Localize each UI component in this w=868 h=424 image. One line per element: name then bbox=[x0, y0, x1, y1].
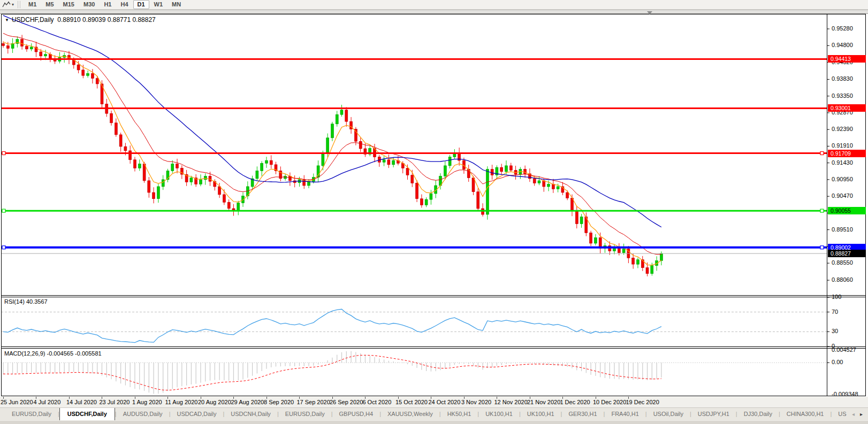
date-axis-label: 19 Dec 2020 bbox=[626, 399, 659, 405]
chart-tab-audusd-daily[interactable]: AUDUSD,Daily bbox=[117, 408, 169, 420]
tab-scroll-right-icon[interactable]: ▸ bbox=[860, 412, 863, 417]
rsi-axis-label: 70 bbox=[832, 309, 838, 315]
chart-tab-uk100-h1[interactable]: UK100,H1 bbox=[479, 408, 519, 420]
rsi-line bbox=[3, 309, 661, 342]
symbol-marker-icon: ▼ bbox=[5, 18, 9, 22]
date-axis: 25 Jun 20204 Jul 202014 Jul 202023 Jul 2… bbox=[0, 397, 868, 407]
date-axis-label: 29 Aug 2020 bbox=[231, 399, 264, 405]
date-axis-label: 20 Aug 2020 bbox=[198, 399, 231, 405]
macd-histogram bbox=[1, 351, 827, 394]
ma-mid-line bbox=[3, 33, 661, 255]
tab-bar: EURUSD,Daily|USDCHF,Daily|AUDUSD,Daily|U… bbox=[0, 407, 868, 420]
date-axis-label: 10 Dec 2020 bbox=[593, 399, 626, 405]
tab-scroll-left-icon[interactable]: ◂ bbox=[852, 412, 855, 417]
price-axis-label: 0.89510 bbox=[832, 226, 853, 233]
price-axis-label: 0.94800 bbox=[832, 42, 853, 48]
timeframe-button-d1[interactable]: D1 bbox=[133, 0, 149, 9]
price-axis-label: 0.93830 bbox=[832, 75, 853, 82]
horizontal-level-lines[interactable] bbox=[1, 59, 827, 253]
chart-tab-hk50-h1[interactable]: HK50,H1 bbox=[441, 408, 478, 420]
timeframe-button-h4[interactable]: H4 bbox=[116, 0, 132, 9]
price-axis-label: 0.91430 bbox=[832, 159, 853, 166]
toolbar-grip[interactable] bbox=[18, 1, 20, 8]
bottom-strip bbox=[0, 420, 868, 424]
date-axis-label: 11 Aug 2020 bbox=[165, 399, 197, 405]
pane-borders bbox=[1, 14, 866, 396]
chart-tab-fra40-h1[interactable]: FRA40,H1 bbox=[605, 408, 645, 420]
price-axis-label: 0.95280 bbox=[832, 25, 853, 32]
rsi-label: RSI(14) 40.3567 bbox=[4, 298, 48, 305]
level-price-badge: 0.90055 bbox=[828, 207, 866, 214]
price-axis-label: 0.90470 bbox=[832, 192, 853, 199]
timeframe-button-mn[interactable]: MN bbox=[167, 0, 185, 9]
date-axis-label: 24 Oct 2020 bbox=[428, 399, 460, 405]
chart-tab-uk100-h1[interactable]: UK100,H1 bbox=[521, 408, 561, 420]
level-price-badge: 0.91709 bbox=[828, 150, 866, 157]
date-axis-label: 14 Jul 2020 bbox=[66, 399, 97, 405]
timeframe-button-w1[interactable]: W1 bbox=[150, 0, 167, 9]
chart-tab-ger30-h1[interactable]: GER30,H1 bbox=[562, 408, 603, 420]
rsi-guide-lines bbox=[1, 312, 827, 332]
chart-title-symbol: USDCHF,Daily bbox=[12, 16, 54, 24]
date-axis-label: 17 Sep 2020 bbox=[296, 399, 330, 405]
price-axis-label: 0.88550 bbox=[832, 259, 853, 266]
price-axis-label: 0.93350 bbox=[832, 92, 853, 99]
price-axis-label: 0.91910 bbox=[832, 142, 853, 149]
level-price-badge: 0.93001 bbox=[828, 104, 866, 112]
date-axis-label: 21 Nov 2020 bbox=[527, 399, 560, 405]
chart-tab-eurusd-daily[interactable]: EURUSD,Daily bbox=[279, 408, 331, 420]
date-axis-label: 3 Nov 2020 bbox=[461, 399, 491, 405]
chart-shift-marker[interactable] bbox=[647, 11, 652, 14]
toolbar: ▾ M1M5M15M30H1H4D1W1MN bbox=[0, 0, 868, 10]
date-axis-label: 12 Nov 2020 bbox=[494, 399, 527, 405]
chart-tab-usdjpy-h1[interactable]: USDJPY,H1 bbox=[691, 408, 736, 420]
timeframe-button-h1[interactable]: H1 bbox=[100, 0, 116, 9]
chart-tab-china300-h1[interactable]: CHINA300,H1 bbox=[780, 408, 831, 420]
chart-tab-usdcad-daily[interactable]: USDCAD,Daily bbox=[170, 408, 223, 420]
rsi-axis-label: 100 bbox=[832, 294, 841, 300]
timeframe-button-m15[interactable]: M15 bbox=[59, 0, 79, 9]
date-axis-label: 15 Oct 2020 bbox=[395, 399, 428, 405]
date-axis-label: 26 Sep 2020 bbox=[330, 399, 363, 405]
chart-tab-gbpusd-h4[interactable]: GBPUSD,H4 bbox=[333, 408, 380, 420]
level-price-badge: 0.94413 bbox=[828, 55, 866, 63]
price-axis-label: 0.90950 bbox=[832, 176, 853, 182]
chart-tab-xauusd-weekly[interactable]: XAUUSD,Weekly bbox=[381, 408, 439, 420]
ma-slow-line bbox=[3, 16, 661, 227]
macd-label: MACD(12,26,9) -0.004565 -0.005581 bbox=[4, 350, 102, 357]
chart-canvas[interactable] bbox=[1, 14, 866, 397]
timeframe-button-m5[interactable]: M5 bbox=[41, 0, 58, 9]
macd-axis-label: 0.00 bbox=[832, 359, 843, 365]
rsi-axis-label: 30 bbox=[832, 328, 838, 334]
date-axis-label: 1 Dec 2020 bbox=[560, 399, 590, 405]
line-chart-icon[interactable] bbox=[2, 1, 11, 8]
chart-title-ohlc: 0.88910 0.89039 0.88771 0.88827 bbox=[57, 16, 156, 24]
chart-tab-usdchf-daily[interactable]: USDCHF,Daily bbox=[59, 408, 115, 420]
date-axis-label: 8 Sep 2020 bbox=[264, 399, 294, 405]
timeframe-button-m1[interactable]: M1 bbox=[24, 0, 41, 9]
chart-type-dropdown-caret[interactable]: ▾ bbox=[12, 2, 14, 7]
window-top-strip bbox=[0, 10, 868, 14]
date-axis-label: 1 Aug 2020 bbox=[132, 399, 162, 405]
timeframe-button-m30[interactable]: M30 bbox=[79, 0, 99, 9]
price-axis-label: 0.88060 bbox=[832, 276, 853, 283]
chart-tab-usoil-daily[interactable]: USOil,Daily bbox=[647, 408, 690, 420]
chart-tab-eurusd-daily[interactable]: EURUSD,Daily bbox=[5, 408, 58, 420]
timeframe-toolbar: M1M5M15M30H1H4D1W1MN bbox=[24, 0, 186, 9]
date-axis-label: 23 Jul 2020 bbox=[99, 399, 130, 405]
chart-tab-dj30-daily[interactable]: DJ30,Daily bbox=[737, 408, 779, 420]
date-axis-label: 4 Jul 2020 bbox=[33, 399, 60, 405]
date-axis-label: 25 Jun 2020 bbox=[1, 399, 33, 405]
macd-axis-label: 0.004527 bbox=[832, 346, 856, 353]
chart-tab-us[interactable]: US bbox=[832, 408, 849, 420]
chart-window[interactable]: ▼USDCHF,Daily 0.88910 0.89039 0.88771 0.… bbox=[1, 14, 866, 397]
chart-title: ▼USDCHF,Daily 0.88910 0.89039 0.88771 0.… bbox=[5, 16, 156, 24]
date-axis-label: 6 Oct 2020 bbox=[362, 399, 391, 405]
chart-tab-usdcnh-daily[interactable]: USDCNH,Daily bbox=[224, 408, 277, 420]
current-price-badge: 0.88827 bbox=[828, 250, 866, 257]
price-axis-label: 0.92390 bbox=[832, 126, 853, 132]
tab-scroll: ◂ ▸ bbox=[849, 408, 868, 420]
